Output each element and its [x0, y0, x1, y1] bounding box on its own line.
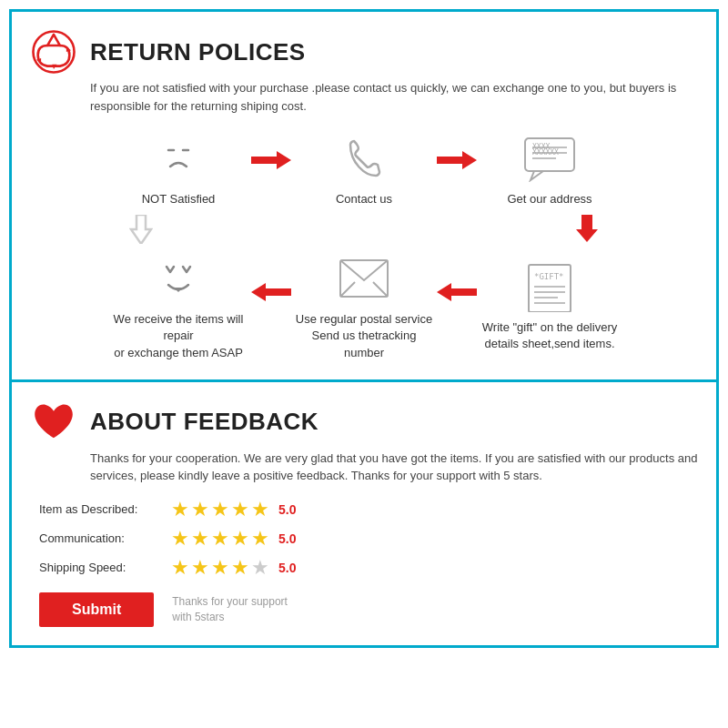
submit-note: Thanks for your support with 5stars — [172, 594, 288, 625]
feedback-title: ABOUT FEEDBACK — [90, 408, 318, 436]
rating-label-comm: Communication: — [39, 531, 171, 545]
svg-marker-4 — [437, 151, 477, 169]
star-5: ★ — [251, 529, 269, 549]
star-3: ★ — [211, 500, 229, 520]
sad-face-icon — [154, 131, 203, 186]
flow-item-get-address: XXXX XXXXXX Get our address — [477, 131, 622, 207]
flow-item-receive: We receive the items will repair or exch… — [106, 251, 251, 361]
ratings-table: Item as Described: ★ ★ ★ ★ ★ 5.0 Communi… — [39, 500, 698, 578]
svg-marker-18 — [437, 283, 477, 301]
flow-row-1: NOT Satisfied Contact us — [30, 131, 698, 207]
flow-item-postal: Use regular postal service Send us thetr… — [291, 251, 437, 361]
svg-marker-12 — [576, 215, 598, 242]
arrow-down-red — [576, 215, 598, 242]
flow-connectors — [30, 207, 698, 251]
return-section: RETURN POLICES If you are not satisfied … — [12, 12, 716, 382]
arrow-left-1 — [251, 281, 291, 330]
flow-label-receive: We receive the items will repair or exch… — [106, 311, 251, 361]
flow-label-not-satisfied: NOT Satisfied — [142, 191, 216, 207]
svg-line-17 — [373, 282, 388, 297]
arrow-right-1 — [251, 149, 291, 189]
star-4: ★ — [231, 500, 249, 520]
rating-score-comm: 5.0 — [278, 531, 296, 546]
flow-diagram: NOT Satisfied Contact us — [30, 131, 698, 361]
envelope-icon — [339, 251, 389, 306]
star-1: ★ — [171, 558, 189, 578]
rating-row-comm: Communication: ★ ★ ★ ★ ★ 5.0 — [39, 529, 698, 549]
star-3: ★ — [211, 558, 229, 578]
rating-label-ship: Shipping Speed: — [39, 561, 171, 574]
flow-item-gift: *GIFT* Write "gift" on the delivery deta… — [477, 259, 622, 352]
flow-label-postal: Use regular postal service Send us thetr… — [291, 311, 437, 361]
svg-marker-14 — [251, 283, 291, 301]
flow-label-gift: Write "gift" on the delivery details she… — [482, 319, 617, 352]
star-5-dim: ★ — [251, 558, 269, 578]
star-5: ★ — [251, 500, 269, 520]
svg-line-16 — [340, 282, 355, 297]
return-title: RETURN POLICES — [90, 38, 306, 66]
star-4: ★ — [231, 558, 249, 578]
star-2: ★ — [191, 529, 209, 549]
star-2: ★ — [191, 558, 209, 578]
arrow-right-2 — [437, 149, 477, 189]
submit-row: Submit Thanks for your support with 5sta… — [39, 592, 698, 627]
submit-button[interactable]: Submit — [39, 592, 154, 627]
star-1: ★ — [171, 529, 189, 549]
heart-icon — [30, 399, 77, 446]
return-header: RETURN POLICES — [30, 28, 698, 76]
star-2: ★ — [191, 500, 209, 520]
svg-text:*GIFT*: *GIFT* — [534, 272, 564, 281]
flow-item-contact-us: Contact us — [291, 131, 437, 207]
phone-icon — [343, 131, 385, 186]
return-desc: If you are not satisfied with your purch… — [90, 79, 698, 115]
star-4: ★ — [231, 529, 249, 549]
feedback-header: ABOUT FEEDBACK — [30, 399, 698, 446]
rating-score-ship: 5.0 — [278, 561, 296, 575]
gift-doc-icon: *GIFT* — [525, 259, 574, 314]
flow-row-2: We receive the items will repair or exch… — [30, 251, 698, 361]
feedback-section: ABOUT FEEDBACK Thanks for your cooperati… — [12, 382, 716, 645]
flow-label-get-address: Get our address — [507, 191, 592, 207]
arrow-left-2 — [437, 281, 477, 330]
chat-bubble-icon: XXXX XXXXXX — [521, 131, 578, 186]
recycle-icon — [30, 28, 77, 76]
svg-text:XXXXXX: XXXXXX — [532, 148, 559, 157]
star-3: ★ — [211, 529, 229, 549]
feedback-desc: Thanks for your cooperation. We are very… — [90, 450, 698, 485]
outer-container: RETURN POLICES If you are not satisfied … — [9, 9, 719, 648]
star-1: ★ — [171, 500, 189, 520]
rating-stars-ship: ★ ★ ★ ★ ★ — [171, 558, 269, 578]
arrow-down-outline — [129, 215, 153, 244]
rating-stars-item: ★ ★ ★ ★ ★ — [171, 500, 269, 520]
rating-stars-comm: ★ ★ ★ ★ ★ — [171, 529, 269, 549]
rating-row-ship: Shipping Speed: ★ ★ ★ ★ ★ 5.0 — [39, 558, 698, 578]
happy-face-icon — [154, 251, 203, 306]
flow-item-not-satisfied: NOT Satisfied — [106, 131, 251, 207]
rating-row-item: Item as Described: ★ ★ ★ ★ ★ 5.0 — [39, 500, 698, 520]
rating-label-item: Item as Described: — [39, 502, 171, 516]
svg-marker-3 — [251, 151, 291, 169]
rating-score-item: 5.0 — [278, 502, 296, 517]
flow-label-contact-us: Contact us — [336, 191, 392, 207]
